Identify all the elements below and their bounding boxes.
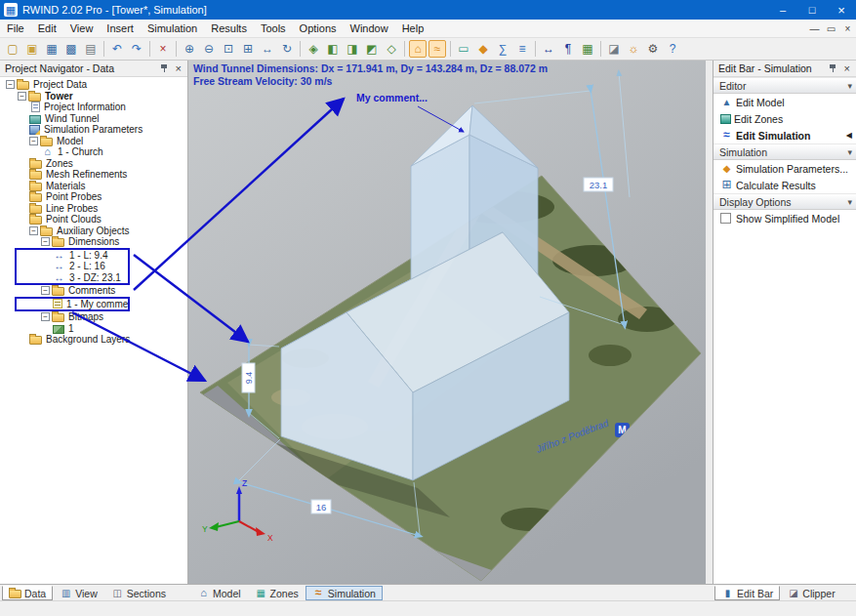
tree-item-background-layers[interactable]: Background Layers (0, 334, 187, 346)
tree-item-model[interactable]: −Model (0, 136, 187, 147)
tree-item-mesh-refinements[interactable]: Mesh Refinements (0, 169, 187, 181)
show-model-icon[interactable]: ⌂ (409, 40, 427, 58)
expander-icon[interactable]: − (41, 286, 50, 295)
mdi-close-button[interactable]: × (839, 23, 856, 34)
tree-item-materials[interactable]: Materials (0, 181, 187, 192)
bitmap-tool-icon[interactable]: ▦ (579, 40, 596, 58)
tree-item-simulation-parameters[interactable]: Simulation Parameters (0, 124, 187, 136)
tab-sections[interactable]: Sections (104, 586, 173, 600)
menu-tools[interactable]: Tools (254, 20, 293, 37)
help-icon[interactable]: ? (664, 40, 681, 58)
dimension-tool-icon[interactable]: ↔ (540, 40, 557, 58)
menu-results[interactable]: Results (204, 20, 254, 37)
new-project-icon[interactable]: ▢ (4, 40, 21, 58)
menu-file[interactable]: File (0, 20, 31, 37)
pan-view-icon[interactable]: ↔ (259, 40, 276, 58)
editbar-item-edit-model[interactable]: Edit Model (713, 94, 856, 110)
close-icon[interactable]: × (173, 62, 184, 74)
zoom-out-icon[interactable]: ⊖ (200, 40, 218, 58)
comment-tool-icon[interactable]: ¶ (559, 40, 577, 58)
editbar-item-calculate-results[interactable]: Calculate Results (713, 177, 856, 193)
wind-tunnel-settings-icon[interactable]: ▭ (455, 40, 472, 58)
result-tables-icon[interactable]: ≡ (513, 40, 531, 58)
tree-item-zones[interactable]: Zones (0, 158, 187, 170)
menu-help[interactable]: Help (395, 20, 431, 37)
pin-icon[interactable] (160, 63, 169, 74)
tab-clipper[interactable]: Clipper (780, 586, 841, 600)
editbar-item-edit-simulation[interactable]: Edit Simulation◀ (713, 127, 856, 144)
menu-insert[interactable]: Insert (100, 20, 141, 37)
tree-item-tower[interactable]: −Tower (0, 91, 187, 103)
tab-view[interactable]: View (53, 586, 104, 600)
panel-splitter[interactable] (706, 61, 713, 584)
rotate-view-icon[interactable]: ↻ (278, 40, 296, 58)
tab-simulation[interactable]: Simulation (306, 586, 383, 600)
show-simulation-icon[interactable]: ≈ (428, 40, 446, 58)
save-all-icon[interactable]: ▩ (62, 40, 80, 58)
section-header-display-options[interactable]: Display Options▾ (713, 193, 856, 210)
expander-icon[interactable]: − (6, 80, 15, 89)
section-header-editor[interactable]: Editor▾ (713, 77, 856, 94)
open-project-icon[interactable]: ▣ (23, 40, 41, 58)
pin-icon[interactable] (829, 63, 837, 74)
save-project-icon[interactable]: ▦ (43, 40, 61, 58)
tree-item-dimensions[interactable]: −Dimensions (0, 236, 187, 248)
tree-item-line-probes[interactable]: Line Probes (0, 203, 187, 215)
mdi-minimize-button[interactable]: — (806, 23, 823, 34)
program-options-icon[interactable]: ⚙ (644, 40, 662, 58)
redo-icon[interactable]: ↷ (128, 40, 145, 58)
section-header-simulation[interactable]: Simulation▾ (713, 144, 856, 160)
checkbox-show-simplified-model[interactable] (720, 213, 731, 224)
delete-icon[interactable]: × (154, 40, 172, 58)
tree-item-3-dz-23-1[interactable]: 3 - DZ: 23.1 (17, 272, 128, 284)
mdi-restore-button[interactable]: ▭ (823, 23, 839, 34)
view-top-icon[interactable]: ◩ (363, 40, 381, 58)
tree-item-1-church[interactable]: 1 - Church (0, 146, 187, 158)
editbar-item-edit-zones[interactable]: Edit Zones (713, 110, 856, 127)
zoom-window-icon[interactable]: ⊡ (220, 40, 237, 58)
expander-icon[interactable]: − (29, 137, 38, 145)
tab-edit-bar[interactable]: Edit Bar (714, 586, 780, 600)
expander-icon[interactable]: − (41, 312, 50, 321)
tree-item-project-data[interactable]: −Project Data (0, 79, 187, 91)
perspective-view-icon[interactable]: ◇ (383, 40, 400, 58)
tree-item-comments[interactable]: −Comments (0, 285, 187, 297)
menu-view[interactable]: View (63, 20, 101, 37)
tree-item-point-clouds[interactable]: Point Clouds (0, 214, 187, 226)
menu-options[interactable]: Options (293, 20, 344, 37)
minimize-button[interactable]: – (768, 0, 797, 20)
viewport-3d-scene[interactable]: Jiřího z Poděbrad M (188, 61, 706, 584)
tab-model[interactable]: Model (190, 586, 248, 600)
tree-item-2-l-16[interactable]: 2 - L: 16 (17, 261, 128, 272)
clipping-plane-icon[interactable]: ◪ (605, 40, 623, 58)
menu-window[interactable]: Window (344, 20, 395, 37)
viewport-3d[interactable]: Wind Tunnel Dimensions: Dx = 171.941 m, … (188, 61, 706, 584)
editbar-item-show-simplified-model[interactable]: Show Simplified Model (713, 210, 856, 226)
expander-icon[interactable]: − (18, 92, 26, 101)
tree-item-project-information[interactable]: Project Information (0, 102, 187, 113)
tab-data[interactable]: Data (2, 586, 53, 600)
menu-simulation[interactable]: Simulation (141, 20, 204, 37)
calculate-results-icon[interactable]: ∑ (494, 40, 511, 58)
tree-item-1[interactable]: 1 (0, 323, 187, 335)
tree-item-wind-tunnel[interactable]: Wind Tunnel (0, 113, 187, 125)
tree-item-1-l-9-4[interactable]: 1 - L: 9.4 (17, 250, 128, 262)
close-button[interactable]: × (827, 0, 856, 20)
tab-zones[interactable]: Zones (248, 586, 306, 600)
tree-item-bitmaps[interactable]: −Bitmaps (0, 311, 187, 323)
tree-item-1-my-comment[interactable]: 1 - My comment... (17, 299, 128, 310)
view-isometric-icon[interactable]: ◈ (305, 40, 322, 58)
menu-edit[interactable]: Edit (31, 20, 63, 37)
display-properties-icon[interactable]: ☼ (625, 40, 642, 58)
print-icon[interactable]: ▤ (82, 40, 100, 58)
tree-item-auxiliary-objects[interactable]: −Auxiliary Objects (0, 226, 187, 237)
view-front-icon[interactable]: ◧ (324, 40, 342, 58)
expander-icon[interactable]: − (29, 226, 38, 235)
close-icon[interactable]: × (841, 62, 853, 74)
zoom-all-icon[interactable]: ⊞ (239, 40, 257, 58)
editbar-item-simulation-parameters[interactable]: Simulation Parameters... (713, 160, 856, 177)
expander-icon[interactable]: − (41, 237, 50, 246)
zoom-in-icon[interactable]: ⊕ (181, 40, 198, 58)
simulation-parameters-icon[interactable]: ◆ (474, 40, 492, 58)
undo-icon[interactable]: ↶ (108, 40, 126, 58)
